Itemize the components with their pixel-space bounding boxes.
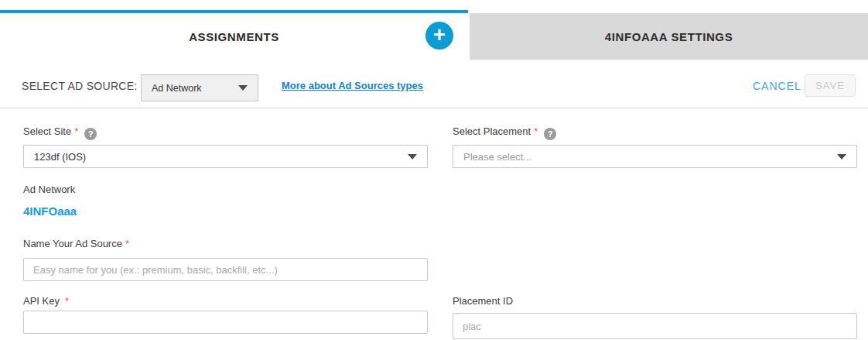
api-key-label-row: API Key* [23, 295, 69, 307]
tab-settings[interactable]: 4INFOAAA SETTINGS [470, 13, 868, 60]
tab-assignments[interactable]: ASSIGNMENTS [0, 13, 468, 60]
help-icon[interactable]: ? [544, 128, 556, 140]
add-tab-button[interactable]: + [425, 22, 453, 50]
tab-settings-label: 4INFOAAA SETTINGS [605, 30, 733, 43]
site-dropdown-value: 123df (IOS) [34, 151, 86, 163]
required-asterisk: * [65, 295, 69, 307]
ad-source-type-value: Ad Network [152, 83, 202, 94]
api-key-input[interactable] [23, 311, 428, 334]
chevron-down-icon [408, 154, 417, 160]
ad-network-label: Ad Network [23, 184, 75, 195]
tab-assignments-label: ASSIGNMENTS [189, 30, 279, 43]
select-site-label: Select Site [23, 125, 71, 137]
toolbar-divider [0, 108, 868, 108]
cancel-button[interactable]: CANCEL [753, 80, 801, 92]
api-key-label: API Key [23, 295, 60, 307]
select-placement-label: Select Placement [453, 125, 531, 137]
ad-source-setup-page: ASSIGNMENTS + 4INFOAAA SETTINGS SELECT A… [0, 0, 868, 340]
placement-id-label: Placement ID [453, 295, 513, 307]
help-icon[interactable]: ? [84, 128, 97, 140]
save-button[interactable]: SAVE [805, 74, 856, 97]
more-about-ad-sources-link[interactable]: More about Ad Sources types [282, 80, 423, 91]
select-ad-source-label: SELECT AD SOURCE: [22, 80, 138, 92]
placement-id-input[interactable] [453, 313, 857, 339]
required-asterisk: * [74, 125, 78, 137]
ad-source-type-dropdown[interactable]: Ad Network [141, 74, 258, 101]
chevron-down-icon [238, 85, 248, 91]
placement-dropdown-placeholder: Please select... [463, 151, 531, 163]
chevron-down-icon [837, 154, 846, 160]
placement-dropdown[interactable]: Please select... [453, 145, 857, 168]
ad-source-name-input[interactable] [23, 258, 428, 281]
name-ad-source-label-row: Name Your Ad Source* [23, 238, 129, 249]
name-ad-source-label: Name Your Ad Source [23, 238, 122, 249]
site-dropdown[interactable]: 123df (IOS) [23, 145, 428, 168]
select-site-label-row: Select Site*? [23, 125, 97, 140]
ad-network-name-link[interactable]: 4INFOaaa [23, 204, 77, 218]
required-asterisk: * [534, 125, 538, 137]
required-asterisk: * [125, 238, 129, 249]
select-placement-label-row: Select Placement*? [453, 125, 556, 140]
plus-icon: + [433, 25, 446, 46]
